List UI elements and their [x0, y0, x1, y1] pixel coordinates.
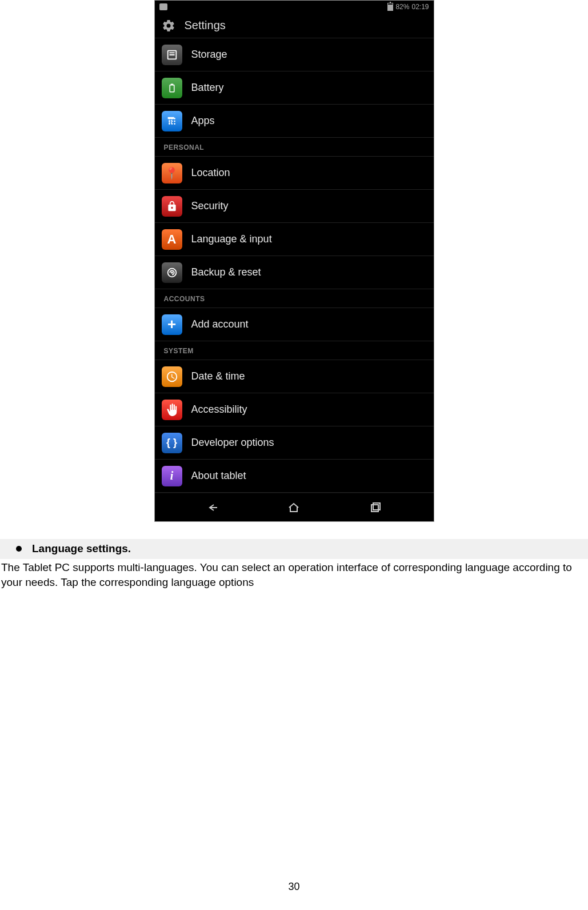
body-paragraph: The Tablet PC supports multi-languages. … — [0, 560, 588, 590]
home-button[interactable] — [279, 497, 308, 518]
svg-point-7 — [169, 123, 170, 125]
settings-item-developer[interactable]: { } Developer options — [155, 426, 434, 460]
bullet-icon — [16, 546, 22, 552]
section-header-accounts: ACCOUNTS — [155, 289, 434, 308]
settings-item-label: Add account — [191, 318, 249, 330]
settings-item-label: Security — [191, 200, 229, 212]
gear-icon — [161, 18, 177, 34]
svg-point-4 — [169, 120, 170, 122]
settings-item-label: Date & time — [191, 370, 245, 382]
settings-item-label: Battery — [191, 82, 224, 94]
svg-point-8 — [171, 123, 173, 125]
location-icon: 📍 — [162, 163, 182, 183]
clock-icon — [162, 366, 182, 387]
settings-list: Storage Battery Apps PERSONAL 📍 Locat — [155, 38, 434, 493]
settings-item-language[interactable]: A Language & input — [155, 223, 434, 256]
plus-icon: + — [162, 314, 182, 335]
message-icon — [159, 3, 167, 10]
settings-item-battery[interactable]: Battery — [155, 71, 434, 105]
lock-icon — [162, 196, 182, 217]
document-text: Language settings. The Tablet PC support… — [0, 539, 588, 590]
android-settings-screenshot: 82% 02:19 Settings Storage — [154, 0, 434, 522]
svg-point-3 — [174, 118, 175, 119]
back-button[interactable] — [198, 497, 227, 518]
svg-point-1 — [169, 118, 170, 119]
recent-apps-button[interactable] — [361, 497, 390, 518]
settings-item-label: Accessibility — [191, 404, 247, 416]
section-header-system: SYSTEM — [155, 341, 434, 360]
svg-point-9 — [174, 123, 175, 125]
hand-icon — [162, 400, 182, 420]
settings-item-add-account[interactable]: + Add account — [155, 308, 434, 341]
svg-point-5 — [171, 120, 173, 122]
section-header-personal: PERSONAL — [155, 138, 434, 157]
settings-item-storage[interactable]: Storage — [155, 38, 434, 71]
settings-item-date-time[interactable]: Date & time — [155, 360, 434, 393]
settings-item-label: Developer options — [191, 437, 274, 449]
settings-item-security[interactable]: Security — [155, 190, 434, 223]
settings-item-label: Backup & reset — [191, 266, 261, 278]
svg-point-11 — [171, 272, 173, 274]
svg-rect-12 — [371, 505, 378, 512]
page-number: 30 — [288, 881, 299, 893]
svg-point-6 — [174, 120, 175, 122]
settings-item-label: Location — [191, 167, 230, 179]
apps-icon — [162, 111, 182, 131]
settings-item-label: About tablet — [191, 470, 246, 482]
svg-rect-13 — [373, 503, 380, 510]
app-header: Settings — [155, 13, 434, 38]
language-icon: A — [162, 229, 182, 250]
settings-item-apps[interactable]: Apps — [155, 105, 434, 138]
developer-icon: { } — [162, 433, 182, 453]
settings-item-label: Apps — [191, 115, 215, 127]
status-bar: 82% 02:19 — [155, 1, 434, 13]
settings-item-label: Storage — [191, 49, 227, 61]
storage-icon — [162, 45, 182, 65]
battery-icon — [162, 78, 182, 98]
page-title: Settings — [185, 19, 226, 32]
info-icon: i — [162, 466, 182, 486]
settings-item-label: Language & input — [191, 233, 272, 245]
settings-item-accessibility[interactable]: Accessibility — [155, 393, 434, 426]
bullet-heading: Language settings. — [0, 539, 588, 559]
settings-item-backup[interactable]: Backup & reset — [155, 256, 434, 289]
battery-percent: 82% — [395, 3, 409, 11]
settings-item-about[interactable]: i About tablet — [155, 460, 434, 493]
settings-item-location[interactable]: 📍 Location — [155, 157, 434, 190]
clock-time: 02:19 — [411, 3, 429, 11]
backup-icon — [162, 262, 182, 283]
battery-icon — [387, 3, 393, 11]
svg-point-2 — [171, 118, 173, 119]
navigation-bar — [155, 493, 434, 521]
heading-text: Language settings. — [32, 541, 131, 557]
